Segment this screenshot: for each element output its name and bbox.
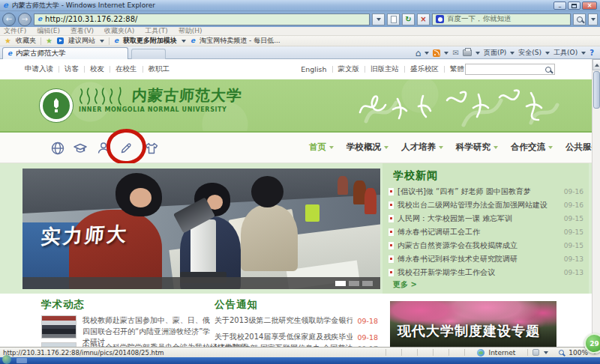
separator xyxy=(401,349,402,356)
chevron-down-icon xyxy=(548,146,553,149)
help-icon[interactable]: ? xyxy=(590,49,594,57)
refresh-button[interactable]: ↻ xyxy=(402,13,415,25)
new-tab-button[interactable] xyxy=(131,49,166,59)
link-admission[interactable]: 申请入读 xyxy=(25,64,53,74)
academic-thumbnail[interactable] xyxy=(41,315,76,339)
address-bar[interactable]: e http://210.31.176.22:88/ xyxy=(34,13,370,25)
zoom-level[interactable]: 100% xyxy=(568,349,588,357)
news-item[interactable]: 我校召开新学期学生工作会议 09-13 xyxy=(388,267,584,278)
ie-favicon: e xyxy=(114,37,118,44)
link-staff[interactable]: 教职工 xyxy=(148,64,170,74)
link-mongolian[interactable]: 蒙文版 xyxy=(338,64,360,74)
separator xyxy=(417,349,418,356)
address-url: http://210.31.176.22:88/ xyxy=(45,15,137,23)
favorites-button[interactable]: 收藏夹 xyxy=(16,36,36,46)
promo-banner[interactable]: 现代大学制度建设专题 xyxy=(390,301,556,347)
address-dropdown-button[interactable] xyxy=(372,13,385,25)
chevron-down-icon xyxy=(376,18,381,21)
menu-favorites[interactable]: 收藏夹(A) xyxy=(104,26,134,36)
nav-home[interactable]: 首页 xyxy=(309,142,334,153)
news-item[interactable]: 内蒙古自然资源学会在我校揭牌成立 09-15 xyxy=(388,240,584,251)
menu-edit[interactable]: 编辑(E) xyxy=(37,26,60,36)
link-alumni[interactable]: 校友 xyxy=(90,64,104,74)
chevron-down-icon xyxy=(100,40,104,43)
link-visitor[interactable]: 访客 xyxy=(64,64,79,74)
bullet-icon xyxy=(388,255,394,263)
bullet-icon xyxy=(388,269,394,276)
page-favicon: e xyxy=(38,16,42,22)
photo-slider[interactable]: 实力师大 xyxy=(22,169,380,289)
link-english[interactable]: English xyxy=(301,65,326,73)
news-text: 人民网：大学校园第一课 难忘军训 xyxy=(398,213,560,224)
nav-about[interactable]: 学校概况 xyxy=(346,142,388,153)
nav-label: 公共服务 xyxy=(566,142,592,153)
search-options-button[interactable] xyxy=(588,13,598,25)
windows-taskbar[interactable] xyxy=(0,357,600,364)
nav-education[interactable]: 人才培养 xyxy=(401,142,443,153)
news-item[interactable]: [倡议书]做 “四有” 好老师 圆中国教育梦 09-16 xyxy=(388,186,584,197)
tools-menu-button[interactable]: 工具(O) xyxy=(554,48,578,58)
print-icon[interactable] xyxy=(463,49,472,56)
compatibility-view-button[interactable] xyxy=(387,13,400,25)
favorites-item-taobao[interactable]: 淘宝网特卖频道 - 每日低... xyxy=(200,36,280,46)
maximize-button[interactable] xyxy=(568,1,580,10)
globe-icon[interactable] xyxy=(50,141,66,156)
link-shengle-campus[interactable]: 盛乐校区 xyxy=(410,64,439,74)
close-icon: × xyxy=(587,3,592,9)
search-box[interactable]: 百度一下，你就知道 xyxy=(432,13,571,25)
slide-indicator-2[interactable] xyxy=(349,281,359,286)
add-favorite-icon[interactable]: ★ xyxy=(46,37,52,45)
nav-research[interactable]: 科学研究 xyxy=(456,142,498,153)
menu-view[interactable]: 查看(V) xyxy=(70,26,94,36)
slide-indicator-1[interactable] xyxy=(335,281,346,286)
news-item[interactable]: 我校出台二级网站管理办法全面加强网站建设 09-16 xyxy=(388,199,584,210)
taskbar-app-icon[interactable] xyxy=(16,358,27,363)
notice-item[interactable]: 关于我校2014届享受低保家庭及残疾毕业生求 09-18 xyxy=(214,332,378,342)
menu-file[interactable]: 文件(F) xyxy=(4,26,26,36)
scrollbar-thumb[interactable] xyxy=(593,71,600,109)
favorites-item-addons[interactable]: 获取更多附加模块 xyxy=(123,36,177,46)
news-item[interactable]: 傅永春书记调研工会工作 09-15 xyxy=(388,226,584,237)
chevron-down-icon xyxy=(544,351,548,354)
start-orb-icon[interactable] xyxy=(2,355,11,364)
stop-button[interactable]: × xyxy=(417,13,430,25)
close-button[interactable]: × xyxy=(582,1,597,10)
bullet-icon xyxy=(388,188,394,195)
favorites-item-suggested-sites[interactable]: 建议网站 xyxy=(68,36,95,46)
tab-active[interactable]: e 内蒙古师范大学 xyxy=(2,47,128,59)
scroll-up-button[interactable] xyxy=(592,59,600,70)
slide-indicator-3[interactable] xyxy=(362,281,373,286)
status-bar: http://210.31.176.22:88/imnu/pics/201408… xyxy=(0,347,600,357)
search-go-button[interactable] xyxy=(573,13,586,25)
news-item[interactable]: 人民网：大学校园第一课 难忘军训 09-15 xyxy=(388,213,584,224)
page-menu-button[interactable]: 页面(P) xyxy=(484,48,506,58)
tab-favicon: e xyxy=(8,50,12,57)
link-students[interactable]: 在校生 xyxy=(116,64,137,74)
zoom-icon xyxy=(559,350,564,355)
site-search-input[interactable] xyxy=(465,64,555,75)
menu-tools[interactable]: 工具(T) xyxy=(145,26,168,36)
news-item[interactable]: 傅永春书记到科学技术史研究院调研 09-13 xyxy=(388,253,584,264)
news-date: 09-15 xyxy=(564,215,584,222)
separator xyxy=(444,66,445,73)
mail-icon[interactable]: ✉ xyxy=(452,49,458,57)
menu-help[interactable]: 帮助(H) xyxy=(178,26,202,36)
graduation-cap-icon[interactable] xyxy=(72,141,88,156)
university-logo[interactable] xyxy=(39,88,74,123)
overlay-badge[interactable]: 29 xyxy=(584,333,600,354)
news-more-link[interactable]: 更多 > xyxy=(393,279,417,290)
vertical-scrollbar[interactable] xyxy=(592,59,600,347)
nav-cooperation[interactable]: 合作交流 xyxy=(511,142,553,153)
site-utility-bar: 申请入读 访客 校友 在校生 教职工 English 蒙文版 旧版主站 盛乐校区… xyxy=(0,59,592,79)
rss-icon[interactable] xyxy=(433,49,440,57)
protected-mode-icon[interactable] xyxy=(532,349,539,356)
notice-item[interactable]: 关于2013级第二批研究生领取助学金银行卡的 09-18 xyxy=(214,315,378,326)
nav-services[interactable]: 公共服务 xyxy=(566,142,592,153)
link-traditional-chinese[interactable]: 繁體 xyxy=(450,64,464,74)
home-icon[interactable]: ⌂ xyxy=(416,49,422,58)
back-button[interactable]: ← xyxy=(2,13,16,26)
forward-button[interactable]: → xyxy=(18,13,32,26)
minimize-button[interactable]: – xyxy=(554,1,566,10)
link-old-site[interactable]: 旧版主站 xyxy=(370,64,399,74)
safety-menu-button[interactable]: 安全(S) xyxy=(518,48,542,58)
